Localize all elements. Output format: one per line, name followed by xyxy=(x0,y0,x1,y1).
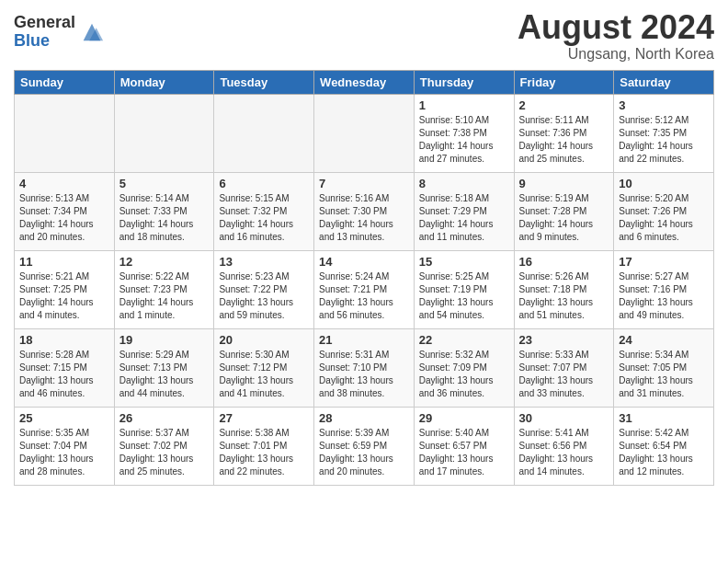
weekday-header-thursday: Thursday xyxy=(414,70,514,94)
day-number: 7 xyxy=(319,177,409,190)
day-info: Sunrise: 5:31 AM Sunset: 7:10 PM Dayligh… xyxy=(319,349,409,400)
day-info: Sunrise: 5:11 AM Sunset: 7:36 PM Dayligh… xyxy=(519,114,609,166)
calendar-week-row: 18Sunrise: 5:28 AM Sunset: 7:15 PM Dayli… xyxy=(15,328,714,407)
location-title: Ungsang, North Korea xyxy=(518,46,714,63)
calendar-cell: 5Sunrise: 5:14 AM Sunset: 7:33 PM Daylig… xyxy=(114,172,214,250)
calendar-cell: 30Sunrise: 5:41 AM Sunset: 6:56 PM Dayli… xyxy=(514,407,614,485)
calendar-cell: 2Sunrise: 5:11 AM Sunset: 7:36 PM Daylig… xyxy=(514,94,614,172)
calendar-cell: 16Sunrise: 5:26 AM Sunset: 7:18 PM Dayli… xyxy=(514,250,614,328)
calendar-cell: 1Sunrise: 5:10 AM Sunset: 7:38 PM Daylig… xyxy=(414,94,514,172)
day-info: Sunrise: 5:40 AM Sunset: 6:57 PM Dayligh… xyxy=(419,427,509,478)
calendar-week-row: 4Sunrise: 5:13 AM Sunset: 7:34 PM Daylig… xyxy=(15,172,714,250)
calendar-cell: 19Sunrise: 5:29 AM Sunset: 7:13 PM Dayli… xyxy=(114,328,214,407)
calendar-cell: 27Sunrise: 5:38 AM Sunset: 7:01 PM Dayli… xyxy=(214,407,314,485)
calendar-cell xyxy=(314,94,415,172)
day-number: 24 xyxy=(619,333,709,347)
calendar-cell: 15Sunrise: 5:25 AM Sunset: 7:19 PM Dayli… xyxy=(414,250,514,328)
calendar-cell: 17Sunrise: 5:27 AM Sunset: 7:16 PM Dayli… xyxy=(614,250,714,328)
day-info: Sunrise: 5:24 AM Sunset: 7:21 PM Dayligh… xyxy=(319,270,409,322)
day-number: 18 xyxy=(19,333,109,347)
day-info: Sunrise: 5:35 AM Sunset: 7:04 PM Dayligh… xyxy=(19,427,109,478)
calendar-cell: 9Sunrise: 5:19 AM Sunset: 7:28 PM Daylig… xyxy=(514,172,614,250)
day-info: Sunrise: 5:16 AM Sunset: 7:30 PM Dayligh… xyxy=(319,192,409,244)
day-number: 31 xyxy=(619,411,709,425)
calendar-cell: 23Sunrise: 5:33 AM Sunset: 7:07 PM Dayli… xyxy=(514,328,614,407)
logo-blue-text: Blue xyxy=(14,32,75,51)
calendar-cell: 13Sunrise: 5:23 AM Sunset: 7:22 PM Dayli… xyxy=(214,250,314,328)
weekday-header-monday: Monday xyxy=(114,70,214,94)
day-info: Sunrise: 5:37 AM Sunset: 7:02 PM Dayligh… xyxy=(119,427,210,478)
day-info: Sunrise: 5:42 AM Sunset: 6:54 PM Dayligh… xyxy=(619,427,709,478)
day-info: Sunrise: 5:38 AM Sunset: 7:01 PM Dayligh… xyxy=(219,427,309,478)
calendar-cell xyxy=(15,94,115,172)
day-number: 6 xyxy=(219,177,309,190)
month-year-title: August 2024 xyxy=(518,9,714,46)
day-number: 14 xyxy=(319,255,409,269)
calendar-cell: 14Sunrise: 5:24 AM Sunset: 7:21 PM Dayli… xyxy=(314,250,415,328)
calendar-week-row: 25Sunrise: 5:35 AM Sunset: 7:04 PM Dayli… xyxy=(15,407,714,485)
day-number: 16 xyxy=(519,255,609,269)
calendar-cell xyxy=(114,94,214,172)
day-number: 4 xyxy=(19,177,109,190)
day-info: Sunrise: 5:33 AM Sunset: 7:07 PM Dayligh… xyxy=(519,349,609,400)
day-number: 29 xyxy=(419,411,509,425)
weekday-header-saturday: Saturday xyxy=(614,70,714,94)
calendar-table: SundayMondayTuesdayWednesdayThursdayFrid… xyxy=(14,70,714,486)
day-number: 5 xyxy=(119,177,210,190)
calendar-week-row: 11Sunrise: 5:21 AM Sunset: 7:25 PM Dayli… xyxy=(15,250,714,328)
day-info: Sunrise: 5:20 AM Sunset: 7:26 PM Dayligh… xyxy=(619,192,709,244)
logo: General Blue xyxy=(14,14,105,51)
day-number: 11 xyxy=(19,255,109,269)
day-number: 25 xyxy=(19,411,109,425)
day-info: Sunrise: 5:28 AM Sunset: 7:15 PM Dayligh… xyxy=(19,349,109,400)
calendar-cell: 26Sunrise: 5:37 AM Sunset: 7:02 PM Dayli… xyxy=(114,407,214,485)
day-number: 22 xyxy=(419,333,509,347)
calendar-cell: 12Sunrise: 5:22 AM Sunset: 7:23 PM Dayli… xyxy=(114,250,214,328)
calendar-cell: 11Sunrise: 5:21 AM Sunset: 7:25 PM Dayli… xyxy=(15,250,115,328)
day-info: Sunrise: 5:13 AM Sunset: 7:34 PM Dayligh… xyxy=(19,192,109,244)
day-number: 2 xyxy=(519,98,609,112)
day-info: Sunrise: 5:29 AM Sunset: 7:13 PM Dayligh… xyxy=(119,349,210,400)
day-info: Sunrise: 5:23 AM Sunset: 7:22 PM Dayligh… xyxy=(219,270,309,322)
day-number: 8 xyxy=(419,177,509,190)
calendar-cell: 21Sunrise: 5:31 AM Sunset: 7:10 PM Dayli… xyxy=(314,328,415,407)
calendar-cell xyxy=(214,94,314,172)
day-info: Sunrise: 5:19 AM Sunset: 7:28 PM Dayligh… xyxy=(519,192,609,244)
calendar-cell: 10Sunrise: 5:20 AM Sunset: 7:26 PM Dayli… xyxy=(614,172,714,250)
calendar-week-row: 1Sunrise: 5:10 AM Sunset: 7:38 PM Daylig… xyxy=(15,94,714,172)
calendar-cell: 4Sunrise: 5:13 AM Sunset: 7:34 PM Daylig… xyxy=(15,172,115,250)
calendar-cell: 25Sunrise: 5:35 AM Sunset: 7:04 PM Dayli… xyxy=(15,407,115,485)
day-number: 27 xyxy=(219,411,309,425)
day-info: Sunrise: 5:34 AM Sunset: 7:05 PM Dayligh… xyxy=(619,349,709,400)
calendar-cell: 3Sunrise: 5:12 AM Sunset: 7:35 PM Daylig… xyxy=(614,94,714,172)
calendar-cell: 20Sunrise: 5:30 AM Sunset: 7:12 PM Dayli… xyxy=(214,328,314,407)
page-header: General Blue August 2024 Ungsang, North … xyxy=(14,9,714,63)
calendar-cell: 22Sunrise: 5:32 AM Sunset: 7:09 PM Dayli… xyxy=(414,328,514,407)
calendar-cell: 18Sunrise: 5:28 AM Sunset: 7:15 PM Dayli… xyxy=(15,328,115,407)
day-info: Sunrise: 5:32 AM Sunset: 7:09 PM Dayligh… xyxy=(419,349,509,400)
weekday-header-row: SundayMondayTuesdayWednesdayThursdayFrid… xyxy=(15,70,714,94)
day-number: 13 xyxy=(219,255,309,269)
day-info: Sunrise: 5:27 AM Sunset: 7:16 PM Dayligh… xyxy=(619,270,709,322)
day-info: Sunrise: 5:26 AM Sunset: 7:18 PM Dayligh… xyxy=(519,270,609,322)
weekday-header-friday: Friday xyxy=(514,70,614,94)
day-info: Sunrise: 5:41 AM Sunset: 6:56 PM Dayligh… xyxy=(519,427,609,478)
day-info: Sunrise: 5:14 AM Sunset: 7:33 PM Dayligh… xyxy=(119,192,210,244)
day-number: 15 xyxy=(419,255,509,269)
day-info: Sunrise: 5:18 AM Sunset: 7:29 PM Dayligh… xyxy=(419,192,509,244)
day-number: 19 xyxy=(119,333,210,347)
day-number: 20 xyxy=(219,333,309,347)
day-info: Sunrise: 5:12 AM Sunset: 7:35 PM Dayligh… xyxy=(619,114,709,166)
day-info: Sunrise: 5:30 AM Sunset: 7:12 PM Dayligh… xyxy=(219,349,309,400)
calendar-cell: 31Sunrise: 5:42 AM Sunset: 6:54 PM Dayli… xyxy=(614,407,714,485)
day-number: 21 xyxy=(319,333,409,347)
logo-general-text: General xyxy=(14,14,75,32)
calendar-cell: 8Sunrise: 5:18 AM Sunset: 7:29 PM Daylig… xyxy=(414,172,514,250)
day-info: Sunrise: 5:15 AM Sunset: 7:32 PM Dayligh… xyxy=(219,192,309,244)
day-number: 26 xyxy=(119,411,210,425)
day-number: 3 xyxy=(619,98,709,112)
day-info: Sunrise: 5:25 AM Sunset: 7:19 PM Dayligh… xyxy=(419,270,509,322)
day-number: 23 xyxy=(519,333,609,347)
day-number: 12 xyxy=(119,255,210,269)
day-number: 28 xyxy=(319,411,409,425)
